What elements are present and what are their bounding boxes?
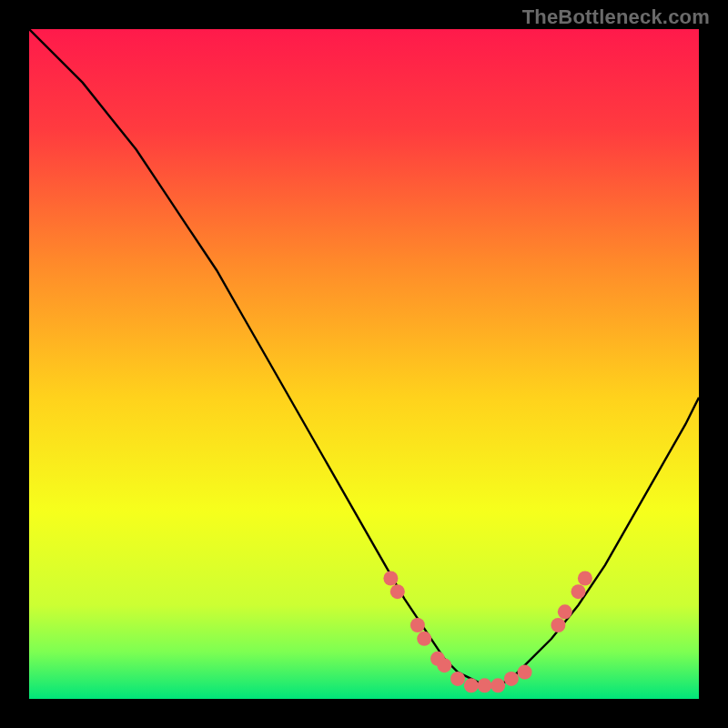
marker-point: [571, 584, 586, 599]
marker-point: [417, 632, 431, 646]
marker-point: [551, 618, 565, 632]
marker-point: [518, 665, 532, 680]
plot-area: [29, 29, 699, 699]
gradient-background: [29, 29, 699, 699]
marker-point: [450, 672, 465, 686]
marker-point: [383, 571, 398, 586]
marker-point: [390, 584, 405, 599]
marker-point: [437, 658, 451, 672]
marker-point: [410, 618, 425, 632]
bottleneck-chart: [29, 29, 699, 699]
marker-point: [558, 604, 572, 619]
marker-point: [464, 678, 479, 693]
chart-frame: TheBottleneck.com: [0, 0, 728, 728]
marker-point: [504, 672, 519, 686]
marker-point: [490, 678, 505, 693]
marker-point: [578, 571, 592, 586]
watermark-text: TheBottleneck.com: [522, 5, 710, 29]
marker-point: [478, 678, 492, 693]
